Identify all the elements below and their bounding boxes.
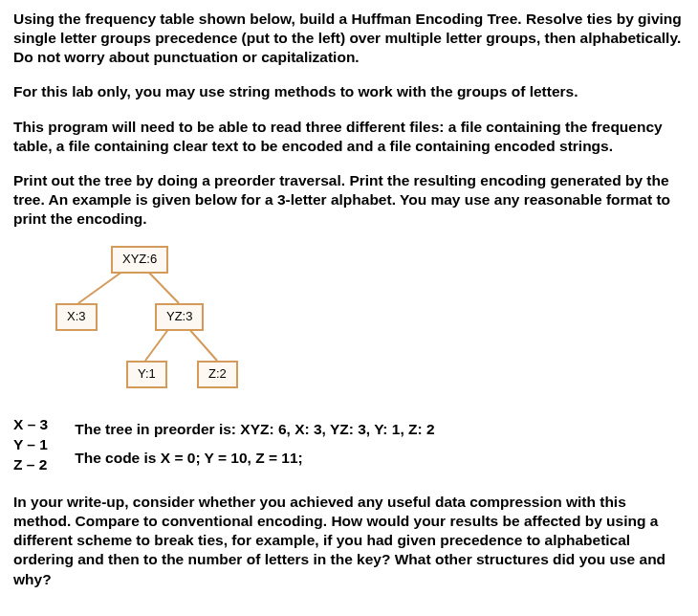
tree-node-root: XYZ:6	[111, 246, 168, 274]
huffman-tree-diagram: XYZ:6 X:3 YZ:3 Y:1 Z:2	[21, 244, 270, 392]
frequency-and-results: X – 3 Y – 1 Z – 2 The tree in preorder i…	[13, 415, 685, 475]
freq-y: Y – 1	[13, 435, 48, 455]
paragraph-2: For this lab only, you may use string me…	[13, 82, 685, 101]
paragraph-1: Using the frequency table shown below, b…	[13, 10, 685, 67]
paragraph-5: In your write-up, consider whether you a…	[13, 493, 685, 589]
result-code: The code is X = 0; Y = 10, Z = 11;	[75, 444, 434, 472]
freq-x: X – 3	[13, 415, 48, 435]
svg-line-2	[145, 328, 169, 361]
paragraph-3: This program will need to be able to rea…	[13, 118, 685, 156]
svg-line-1	[145, 269, 179, 303]
results-column: The tree in preorder is: XYZ: 6, X: 3, Y…	[75, 415, 434, 472]
svg-line-3	[188, 328, 217, 361]
svg-line-0	[78, 269, 126, 303]
frequency-column: X – 3 Y – 1 Z – 2	[13, 415, 48, 475]
tree-node-rleft: Y:1	[126, 361, 167, 388]
freq-z: Z – 2	[13, 455, 48, 475]
tree-node-left: X:3	[55, 303, 98, 331]
result-preorder: The tree in preorder is: XYZ: 6, X: 3, Y…	[75, 415, 434, 443]
tree-node-rright: Z:2	[197, 361, 238, 388]
paragraph-4: Print out the tree by doing a preorder t…	[13, 171, 685, 229]
tree-node-right: YZ:3	[155, 303, 204, 331]
